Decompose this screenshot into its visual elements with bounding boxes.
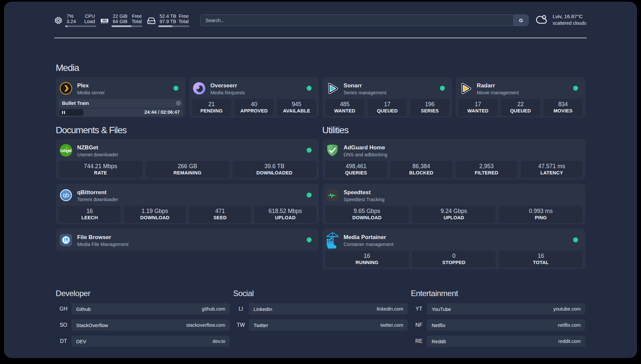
svg-text:nzbget: nzbget: [60, 148, 72, 153]
svg-text:qb: qb: [63, 192, 69, 198]
